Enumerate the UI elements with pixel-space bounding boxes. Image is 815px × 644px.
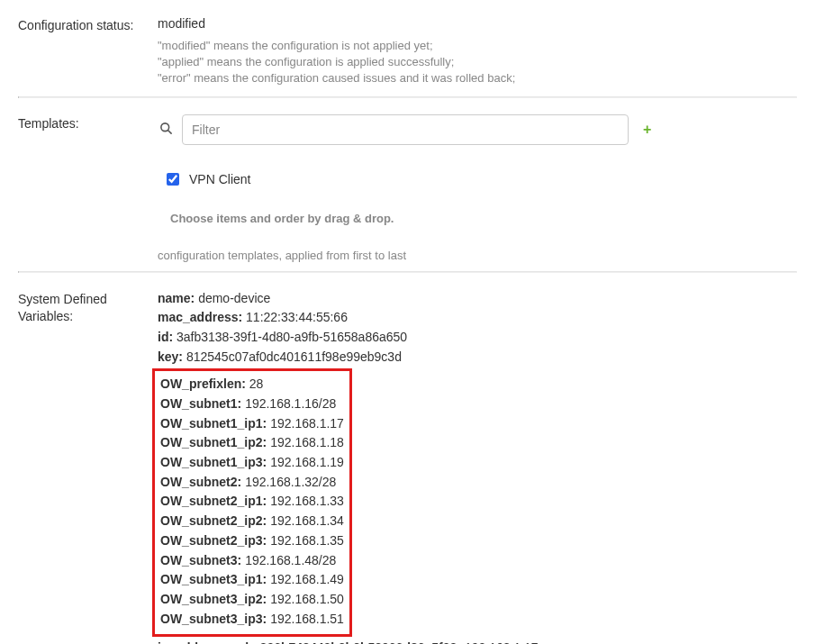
variable-line: OW_subnet2: 192.168.1.32/28 xyxy=(160,473,344,493)
variable-value: 192.168.1.32/28 xyxy=(245,475,336,489)
variable-value: 192.168.1.16/28 xyxy=(245,396,336,411)
variable-line: OW_subnet1: 192.168.1.16/28 xyxy=(160,395,344,414)
variable-key: OW_subnet1_ip1: xyxy=(160,416,270,431)
variable-line: OW_subnet1_ip2: 192.168.1.18 xyxy=(160,433,344,453)
variable-line: key: 812545c07af0dc401611f98e99eb9c3d xyxy=(158,348,797,367)
variable-value: 3afb3138-39f1-4d80-a9fb-51658a86a650 xyxy=(177,330,407,344)
variable-key: OW_subnet1_ip3: xyxy=(160,455,270,469)
variable-key: OW_subnet2_ip2: xyxy=(160,513,270,528)
templates-row: Templates: + VPN Client Choose items and… xyxy=(18,98,797,271)
variable-line: OW_prefixlen: 28 xyxy=(160,375,344,395)
add-template-icon[interactable]: + xyxy=(636,122,651,138)
variable-value: 192.168.1.34 xyxy=(270,513,344,528)
variable-key: OW_subnet1: xyxy=(160,396,245,411)
system-variables-list: name: demo-devicemac_address: 11:22:33:4… xyxy=(158,289,797,644)
config-status-help: "modified" means the configuration is no… xyxy=(158,38,797,87)
variable-value: 11:22:33:44:55:66 xyxy=(246,310,348,324)
variable-key: OW_subnet2: xyxy=(160,475,245,489)
variable-line: OW_subnet2_ip3: 192.168.1.35 xyxy=(160,531,344,551)
highlighted-variables-box: OW_prefixlen: 28OW_subnet1: 192.168.1.16… xyxy=(152,368,352,637)
variable-key: id: xyxy=(158,330,177,344)
variable-line: OW_subnet2_ip2: 192.168.1.34 xyxy=(160,512,344,531)
variable-line: OW_subnet3_ip3: 192.168.1.51 xyxy=(160,610,344,630)
config-status-label: Configuration status: xyxy=(18,16,158,32)
system-variables-row: System Defined Variables: name: demo-dev… xyxy=(18,273,797,644)
templates-applied-hint: configuration templates, applied from fi… xyxy=(158,249,797,262)
variable-value: 192.168.1.50 xyxy=(270,592,344,606)
help-line: "modified" means the configuration is no… xyxy=(158,38,797,54)
variable-key: OW_subnet3_ip1: xyxy=(160,572,270,586)
variable-value: 192.168.1.17 xyxy=(270,416,344,431)
variable-line: OW_subnet1_ip3: 192.168.1.19 xyxy=(160,453,344,473)
variable-key: OW_subnet2_ip1: xyxy=(160,494,270,508)
templates-drag-hint: Choose items and order by drag & drop. xyxy=(170,212,797,225)
template-item-vpn-client[interactable]: VPN Client xyxy=(163,170,797,188)
search-icon xyxy=(158,122,175,138)
variable-key: ip_address_ecbe306b743440b3b2b52066d86e5… xyxy=(158,640,465,644)
var-group-bottom: ip_address_ecbe306b743440b3b2b52066d86e5… xyxy=(158,639,797,644)
variable-key: OW_subnet2_ip3: xyxy=(160,533,270,548)
variable-value: 192.168.1.48/28 xyxy=(245,553,336,567)
variable-line: OW_subnet3: 192.168.1.48/28 xyxy=(160,551,344,571)
help-line: "applied" means the configuration is app… xyxy=(158,54,797,70)
variable-key: OW_subnet3: xyxy=(160,553,245,567)
variable-line: OW_subnet1_ip1: 192.168.1.17 xyxy=(160,414,344,434)
variable-value: 192.168.1.18 xyxy=(270,435,344,449)
templates-filter-input[interactable] xyxy=(182,114,629,145)
variable-value: 192.168.1.35 xyxy=(270,533,344,548)
variable-line: mac_address: 11:22:33:44:55:66 xyxy=(158,308,797,328)
config-status-value: modified xyxy=(158,16,797,31)
variable-line: name: demo-device xyxy=(158,289,797,309)
variable-value: 192.168.1.19 xyxy=(270,455,344,469)
templates-filter-row: + xyxy=(158,114,797,145)
variable-key: mac_address: xyxy=(158,310,246,324)
variable-value: 28 xyxy=(249,376,264,391)
templates-label: Templates: xyxy=(18,114,158,131)
template-item-label: VPN Client xyxy=(189,172,250,186)
var-group-top: name: demo-devicemac_address: 11:22:33:4… xyxy=(158,289,797,367)
variable-line: OW_subnet3_ip2: 192.168.1.50 xyxy=(160,590,344,610)
system-variables-label: System Defined Variables: xyxy=(18,289,158,326)
variable-line: OW_subnet3_ip1: 192.168.1.49 xyxy=(160,570,344,590)
variable-value: 192.168.1.51 xyxy=(270,612,344,626)
variable-value: 192.168.1.49 xyxy=(270,572,344,586)
variable-line: id: 3afb3138-39f1-4d80-a9fb-51658a86a650 xyxy=(158,328,797,348)
svg-line-1 xyxy=(168,130,171,132)
variable-line: ip_address_ecbe306b743440b3b2b52066d86e5… xyxy=(158,639,797,644)
variable-key: OW_prefixlen: xyxy=(160,376,249,391)
variable-value: 812545c07af0dc401611f98e99eb9c3d xyxy=(186,349,402,364)
variable-line: OW_subnet2_ip1: 192.168.1.33 xyxy=(160,492,344,512)
variable-key: OW_subnet3_ip2: xyxy=(160,592,270,606)
variable-key: OW_subnet1_ip2: xyxy=(160,435,270,449)
variable-key: name: xyxy=(158,291,198,305)
variable-value: demo-device xyxy=(198,291,270,305)
config-status-row: Configuration status: modified "modified… xyxy=(18,7,797,96)
help-line: "error" means the configuration caused i… xyxy=(158,70,797,86)
variable-key: OW_subnet3_ip3: xyxy=(160,612,270,626)
variable-value: 192.168.1.33 xyxy=(270,494,344,508)
template-checkbox[interactable] xyxy=(167,173,179,186)
variable-key: key: xyxy=(158,349,186,364)
variable-value: 192.168.1.17 xyxy=(465,640,539,644)
